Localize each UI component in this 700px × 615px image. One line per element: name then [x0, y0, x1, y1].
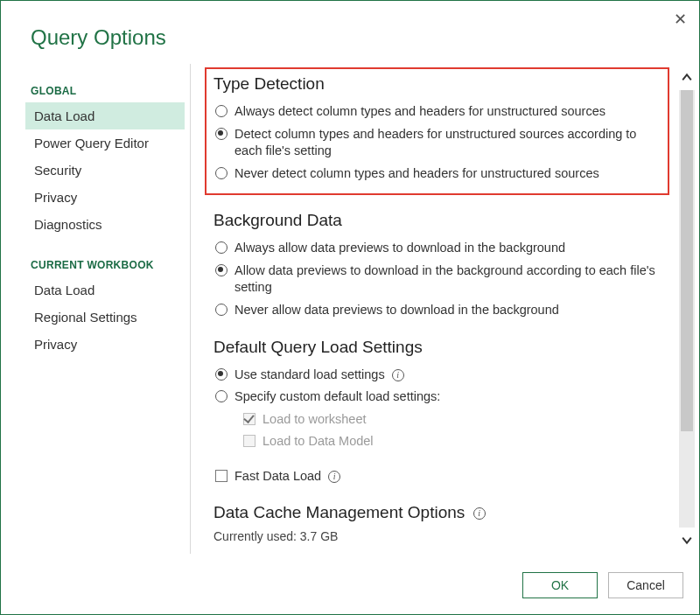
- vertical-divider: [190, 64, 191, 554]
- default-load-standard[interactable]: Use standard load settings i: [214, 364, 673, 387]
- scroll-up-arrow-icon[interactable]: [679, 69, 695, 87]
- radio-icon: [215, 105, 228, 117]
- load-to-data-model-checkbox: Load to Data Model: [214, 430, 673, 453]
- type-detection-option-always[interactable]: Always detect column types and headers f…: [214, 101, 661, 123]
- scroll-track[interactable]: [679, 90, 695, 528]
- radio-icon: [215, 368, 228, 381]
- sidebar-item-global-data-load[interactable]: Data Load: [25, 102, 185, 129]
- load-to-worksheet-checkbox: Load to worksheet: [214, 409, 673, 431]
- radio-icon: [215, 167, 228, 179]
- type-detection-option-never[interactable]: Never detect column types and headers fo…: [214, 163, 661, 185]
- sidebar-item-power-query-editor[interactable]: Power Query Editor: [25, 129, 185, 157]
- radio-icon: [215, 264, 228, 276]
- background-data-option-per-file[interactable]: Allow data previews to download in the b…: [214, 260, 673, 299]
- sidebar-item-security[interactable]: Security: [25, 157, 185, 184]
- sidebar-item-regional-settings[interactable]: Regional Settings: [25, 304, 185, 331]
- background-data-group: Background Data Always allow data previe…: [214, 211, 673, 321]
- settings-pane: Type Detection Always detect column type…: [196, 64, 678, 554]
- info-icon[interactable]: i: [328, 471, 340, 483]
- radio-icon: [215, 304, 228, 316]
- checkbox-icon: [243, 435, 256, 447]
- type-detection-title: Type Detection: [214, 74, 661, 94]
- radio-icon: [215, 128, 228, 140]
- default-load-custom[interactable]: Specify custom default load settings:: [214, 386, 673, 409]
- sidebar-item-workbook-data-load[interactable]: Data Load: [25, 276, 185, 304]
- cache-title: Data Cache Management Options i: [214, 503, 673, 522]
- background-data-option-always[interactable]: Always allow data previews to download i…: [214, 237, 673, 260]
- default-load-title: Default Query Load Settings: [214, 338, 673, 357]
- background-data-option-never[interactable]: Never allow data previews to download in…: [214, 299, 673, 322]
- info-icon[interactable]: i: [473, 507, 486, 520]
- sidebar: GLOBAL Data Load Power Query Editor Secu…: [25, 64, 190, 554]
- sidebar-item-privacy-global[interactable]: Privacy: [25, 184, 185, 211]
- vertical-scrollbar[interactable]: [678, 64, 699, 554]
- info-icon[interactable]: i: [392, 369, 404, 381]
- dialog-footer: OK Cancel: [522, 572, 683, 598]
- sidebar-section-current-workbook: CURRENT WORKBOOK: [25, 254, 185, 276]
- checkbox-icon: [215, 470, 228, 482]
- cache-current-usage: Currently used: 3.7 GB: [214, 529, 673, 543]
- default-load-group: Default Query Load Settings Use standard…: [214, 338, 673, 488]
- query-options-dialog: ✕ Query Options GLOBAL Data Load Power Q…: [0, 0, 700, 615]
- scroll-down-arrow-icon[interactable]: [679, 531, 695, 549]
- sidebar-item-diagnostics[interactable]: Diagnostics: [25, 211, 185, 238]
- close-icon[interactable]: ✕: [674, 10, 687, 29]
- sidebar-section-global: GLOBAL: [25, 80, 185, 102]
- ok-button[interactable]: OK: [522, 572, 598, 598]
- type-detection-group: Type Detection Always detect column type…: [205, 67, 669, 195]
- scroll-thumb[interactable]: [681, 90, 693, 431]
- type-detection-option-per-file[interactable]: Detect column types and headers for unst…: [214, 123, 661, 163]
- cache-group: Data Cache Management Options i Currentl…: [214, 503, 673, 543]
- sidebar-item-privacy-workbook[interactable]: Privacy: [25, 331, 185, 358]
- radio-icon: [215, 390, 228, 402]
- fast-data-load-checkbox[interactable]: Fast Data Load i: [214, 465, 673, 488]
- checkbox-icon: [243, 413, 256, 425]
- radio-icon: [215, 241, 228, 254]
- dialog-title: Query Options: [1, 1, 699, 64]
- background-data-title: Background Data: [214, 211, 673, 230]
- cancel-button[interactable]: Cancel: [608, 572, 683, 598]
